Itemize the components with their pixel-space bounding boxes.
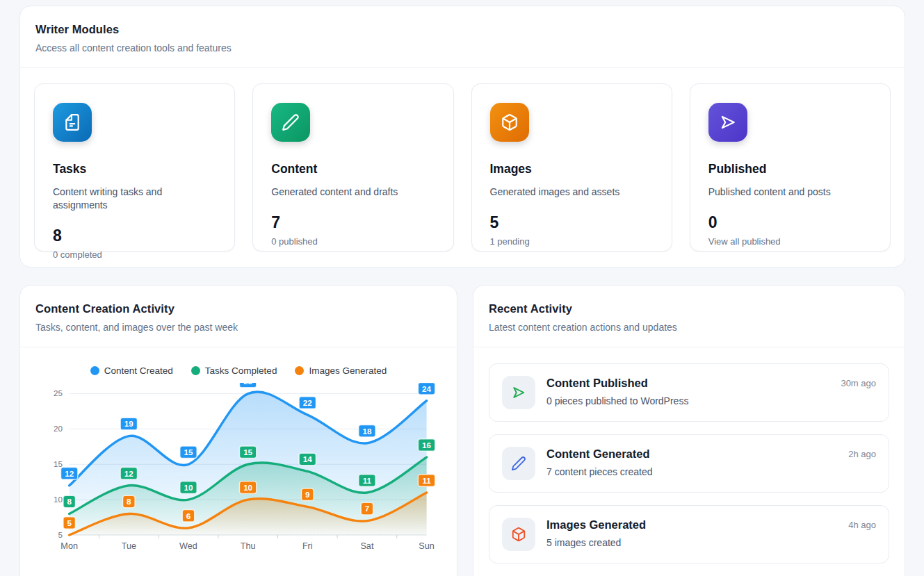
module-description: Generated images and assets bbox=[490, 186, 654, 199]
svg-text:8: 8 bbox=[127, 497, 131, 506]
recent-activity-subtitle: Latest content creation actions and upda… bbox=[489, 322, 889, 333]
pencil-icon bbox=[271, 103, 310, 142]
recent-activity-title: Recent Activity bbox=[489, 302, 889, 315]
svg-text:14: 14 bbox=[303, 454, 312, 463]
chart-panel-header: Content Creation Activity Tasks, content… bbox=[20, 286, 457, 347]
svg-text:Thu: Thu bbox=[241, 541, 256, 551]
legend-dot-icon bbox=[295, 366, 304, 375]
svg-text:Tue: Tue bbox=[122, 541, 136, 551]
file-icon bbox=[53, 103, 92, 142]
module-card-content[interactable]: Content Generated content and drafts 7 0… bbox=[252, 83, 453, 252]
svg-text:Fri: Fri bbox=[302, 541, 313, 551]
modules-grid: Tasks Content writing tasks and assignme… bbox=[20, 68, 905, 267]
module-sublabel: View all published bbox=[708, 236, 872, 247]
svg-text:7: 7 bbox=[365, 504, 369, 513]
svg-text:20: 20 bbox=[54, 424, 63, 433]
activity-item-main: Content Published 0 pieces published to … bbox=[546, 376, 829, 406]
activity-item-timestamp: 4h ago bbox=[848, 518, 876, 530]
cube-icon bbox=[490, 103, 529, 142]
module-card-images[interactable]: Images Generated images and assets 5 1 p… bbox=[471, 83, 672, 252]
legend-label: Images Generated bbox=[309, 365, 387, 376]
module-count: 0 bbox=[708, 213, 872, 232]
legend-dot-icon bbox=[90, 366, 99, 375]
send-icon bbox=[708, 103, 747, 142]
svg-text:6: 6 bbox=[186, 511, 191, 520]
legend-label: Content Created bbox=[104, 365, 173, 376]
activity-item-images-generated[interactable]: Images Generated 5 images created 4h ago bbox=[489, 505, 889, 563]
module-sublabel: 0 published bbox=[271, 236, 435, 247]
svg-text:5: 5 bbox=[58, 530, 62, 539]
svg-text:Mon: Mon bbox=[60, 541, 78, 551]
pencil-icon bbox=[502, 447, 535, 480]
svg-text:Sun: Sun bbox=[419, 541, 435, 551]
svg-text:25: 25 bbox=[243, 383, 252, 386]
module-title: Tasks bbox=[53, 162, 216, 176]
legend-item[interactable]: Content Created bbox=[90, 365, 173, 376]
legend-dot-icon bbox=[191, 366, 200, 375]
activity-line-chart[interactable]: 510152025MonTueWedThuFriSatSun1219152522… bbox=[35, 383, 441, 560]
svg-text:15: 15 bbox=[243, 447, 252, 456]
writer-modules-panel: Writer Modules Access all content creati… bbox=[19, 6, 905, 268]
module-description: Published content and posts bbox=[708, 186, 872, 199]
svg-text:24: 24 bbox=[422, 384, 431, 393]
activity-item-description: 7 content pieces created bbox=[546, 466, 837, 477]
svg-text:8: 8 bbox=[67, 497, 72, 506]
svg-text:10: 10 bbox=[243, 483, 252, 492]
activity-item-timestamp: 2h ago bbox=[848, 447, 876, 459]
svg-text:22: 22 bbox=[303, 398, 312, 407]
module-count: 5 bbox=[490, 213, 654, 232]
legend-label: Tasks Completed bbox=[205, 365, 277, 376]
module-description: Content writing tasks and assignments bbox=[53, 186, 216, 212]
writer-modules-header: Writer Modules Access all content creati… bbox=[20, 6, 905, 68]
svg-text:18: 18 bbox=[362, 427, 371, 436]
svg-text:15: 15 bbox=[54, 459, 63, 468]
svg-text:Sat: Sat bbox=[360, 541, 373, 551]
module-count: 7 bbox=[271, 213, 435, 232]
svg-text:10: 10 bbox=[184, 483, 193, 492]
module-card-tasks[interactable]: Tasks Content writing tasks and assignme… bbox=[34, 83, 235, 252]
send-icon bbox=[502, 376, 535, 409]
module-title: Content bbox=[271, 162, 435, 176]
module-card-published[interactable]: Published Published content and posts 0 … bbox=[690, 83, 891, 252]
activity-item-main: Images Generated 5 images created bbox=[546, 518, 837, 548]
recent-activity-header: Recent Activity Latest content creation … bbox=[473, 286, 905, 347]
page-subtitle: Access all content creation tools and fe… bbox=[35, 42, 889, 54]
chart-title: Content Creation Activity bbox=[35, 302, 441, 315]
recent-activity-panel: Recent Activity Latest content creation … bbox=[473, 285, 905, 576]
cube-icon bbox=[502, 518, 535, 551]
module-sublabel: 0 completed bbox=[53, 249, 216, 260]
svg-text:25: 25 bbox=[54, 388, 63, 397]
module-sublabel: 1 pending bbox=[490, 236, 654, 247]
activity-item-content-generated[interactable]: Content Generated 7 content pieces creat… bbox=[489, 434, 889, 493]
svg-text:10: 10 bbox=[54, 495, 63, 504]
legend-item[interactable]: Images Generated bbox=[295, 365, 387, 376]
svg-text:11: 11 bbox=[363, 476, 372, 485]
legend-item[interactable]: Tasks Completed bbox=[191, 365, 277, 376]
activity-item-title: Content Generated bbox=[546, 447, 837, 461]
svg-text:19: 19 bbox=[124, 419, 133, 428]
svg-text:12: 12 bbox=[65, 469, 74, 478]
page-title: Writer Modules bbox=[35, 23, 889, 36]
svg-text:15: 15 bbox=[184, 447, 193, 456]
activity-item-timestamp: 30m ago bbox=[841, 376, 876, 388]
chart-legend: Content CreatedTasks CompletedImages Gen… bbox=[35, 365, 441, 376]
svg-text:12: 12 bbox=[124, 469, 133, 478]
svg-text:11: 11 bbox=[422, 476, 431, 485]
svg-text:5: 5 bbox=[67, 518, 72, 527]
activity-item-title: Images Generated bbox=[546, 518, 837, 532]
module-count: 8 bbox=[53, 227, 216, 245]
svg-text:16: 16 bbox=[422, 441, 431, 450]
activity-item-description: 5 images created bbox=[546, 537, 837, 548]
activity-item-main: Content Generated 7 content pieces creat… bbox=[546, 447, 837, 477]
module-title: Images bbox=[490, 162, 654, 176]
activity-item-content-published[interactable]: Content Published 0 pieces published to … bbox=[489, 363, 889, 422]
chart-body: Content CreatedTasks CompletedImages Gen… bbox=[20, 347, 457, 560]
svg-text:9: 9 bbox=[305, 490, 310, 499]
chart-subtitle: Tasks, content, and images over the past… bbox=[35, 322, 441, 333]
activity-item-description: 0 pieces published to WordPress bbox=[546, 395, 829, 406]
activity-item-title: Content Published bbox=[546, 377, 829, 390]
activity-list: Content Published 0 pieces published to … bbox=[473, 347, 905, 576]
svg-text:Wed: Wed bbox=[179, 541, 197, 551]
module-title: Published bbox=[708, 162, 872, 176]
module-description: Generated content and drafts bbox=[271, 186, 435, 199]
